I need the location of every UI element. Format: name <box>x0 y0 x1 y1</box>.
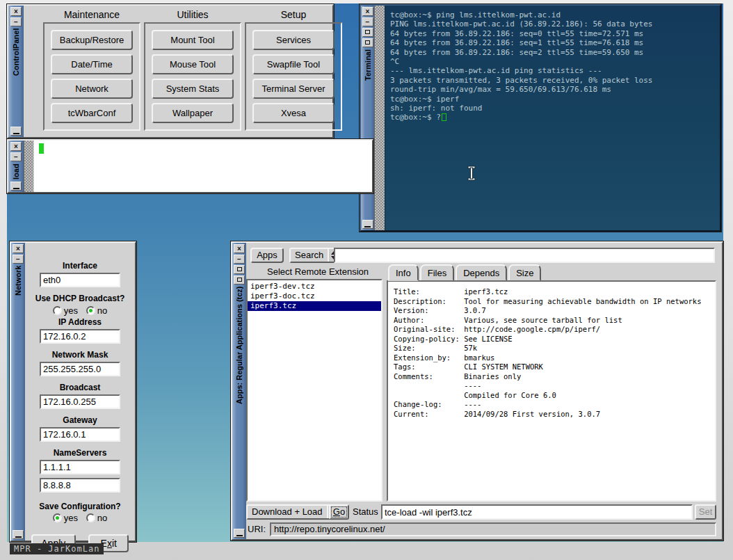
search-input[interactable] <box>334 248 715 263</box>
apps-window: × − Apps: Regular Applications (tcz) App… <box>231 241 723 541</box>
xvesa-button[interactable]: Xvesa <box>252 103 335 123</box>
interface-field[interactable] <box>40 273 120 287</box>
broadcast-label: Broadcast <box>25 383 135 392</box>
terminal-line: PING lms.ittelkom-pwt.ac.id (36.89.22.18… <box>390 19 715 29</box>
swapfile-tool-button[interactable]: Swapfile Tool <box>252 54 335 74</box>
save-radio-row: yes no <box>25 513 135 523</box>
info-line: Size: 57k <box>394 344 709 353</box>
tce-load-scrollbar[interactable] <box>24 141 33 192</box>
date-time-button[interactable]: Date/Time <box>51 54 133 74</box>
network-mask-field[interactable] <box>40 362 120 376</box>
apps-toolbar: Apps Search <box>250 248 715 263</box>
status-input[interactable] <box>381 504 693 520</box>
tce-load-cursor <box>39 143 44 154</box>
dhcp-no-radio[interactable] <box>86 306 95 315</box>
network-titlebar[interactable]: × − Network <box>11 243 25 541</box>
info-line: ---- <box>394 381 709 391</box>
info-line: Comments: Binaries only <box>394 372 709 382</box>
info-line: Author: Various, see source tarball for … <box>394 316 709 326</box>
window-title: ControlPanel <box>12 26 20 127</box>
terminal-output[interactable]: tc@box:~$ ping lms.ittelkom-pwt.ac.idPIN… <box>385 6 720 230</box>
maximize-icon[interactable] <box>362 28 373 37</box>
shade-icon[interactable]: − <box>10 152 22 161</box>
tab-depends[interactable]: Depends <box>456 264 507 281</box>
terminal-line: tc@box:~$ ping lms.ittelkom-pwt.ac.id <box>390 10 715 19</box>
shade-icon[interactable]: − <box>362 17 373 26</box>
maximize-icon[interactable] <box>234 265 245 274</box>
iconify-icon[interactable] <box>10 127 22 136</box>
tab-files[interactable]: Files <box>420 264 454 281</box>
iconify-icon[interactable] <box>13 530 24 539</box>
tab-info[interactable]: Info <box>388 264 419 281</box>
save-yes-radio[interactable] <box>53 513 62 522</box>
broadcast-field[interactable] <box>40 394 120 409</box>
close-icon[interactable]: × <box>234 244 245 253</box>
info-line: Version: 3.0.7 <box>394 306 709 316</box>
action-dropdown[interactable]: Download + Load <box>246 504 339 520</box>
nameserver2-field[interactable] <box>40 478 120 493</box>
group-header: Setup <box>245 7 342 22</box>
window-title: Terminal <box>364 47 372 220</box>
apps-titlebar[interactable]: × − Apps: Regular Applications (tcz) <box>232 243 246 539</box>
services-button[interactable]: Services <box>252 30 335 50</box>
tce-load-titlebar[interactable]: × − load <box>8 141 24 192</box>
terminal-line: ^C <box>390 57 715 66</box>
dhcp-yes-radio[interactable] <box>53 306 62 315</box>
group-box-maintenance: Backup/Restore Date/Time Network tcWbarC… <box>43 22 140 131</box>
tce-load-window: × − load <box>7 139 373 193</box>
close-icon[interactable]: × <box>362 7 373 16</box>
terminal-line: 64 bytes from 36.89.22.186: seq=1 ttl=55… <box>390 38 715 47</box>
desktop-host-label: MPR - JarKomLan <box>10 543 104 554</box>
list-item[interactable]: iperf3-dev.tcz <box>248 282 381 291</box>
window-title: Apps: Regular Applications (tcz) <box>235 285 243 529</box>
network-button[interactable]: Network <box>51 79 133 99</box>
info-line: Original-site: http://code.google.cpm/p/… <box>394 325 709 335</box>
backup-restore-button[interactable]: Backup/Restore <box>51 30 133 50</box>
restore-icon[interactable] <box>234 275 245 285</box>
iconify-icon[interactable] <box>10 182 22 191</box>
set-button[interactable]: Set <box>695 504 716 520</box>
save-config-label: Save Configuration? <box>25 502 135 511</box>
iconify-icon[interactable] <box>362 220 373 229</box>
extension-info-panel[interactable]: Title: iperf3.tczDescription: Tool for m… <box>387 280 716 502</box>
terminal-scrollbar[interactable] <box>374 6 385 230</box>
close-icon[interactable]: × <box>10 142 22 151</box>
nameserver1-field[interactable] <box>40 460 120 474</box>
save-no-radio[interactable] <box>86 513 95 522</box>
uri-field[interactable]: http://repo.tinycorelinux.net/ <box>270 522 716 536</box>
list-item[interactable]: iperf3-doc.tcz <box>248 291 381 301</box>
terminal-line: 64 bytes from 36.89.22.186: seq=2 ttl=55… <box>390 48 715 57</box>
control-panel-window: × − ControlPanel Maintenance Backup/Rest… <box>7 4 334 138</box>
shade-icon[interactable]: − <box>234 255 245 264</box>
mouse-tool-button[interactable]: Mouse Tool <box>152 54 234 74</box>
control-panel-content: Maintenance Backup/Restore Date/Time Net… <box>24 6 332 137</box>
close-icon[interactable]: × <box>13 244 24 253</box>
dhcp-radio-row: yes no <box>25 305 135 316</box>
restore-icon[interactable] <box>362 38 373 47</box>
iconify-icon[interactable] <box>234 529 245 538</box>
terminal-titlebar[interactable]: × − Terminal <box>361 6 374 230</box>
shade-icon[interactable]: − <box>13 255 24 264</box>
info-line: Change-log: ---- <box>394 400 709 410</box>
close-icon[interactable]: × <box>10 7 22 16</box>
extension-list[interactable]: iperf3-dev.tcz iperf3-doc.tcz iperf3.tcz <box>246 279 382 502</box>
list-item-selected[interactable]: iperf3.tcz <box>248 301 381 311</box>
system-stats-button[interactable]: System Stats <box>152 79 234 99</box>
terminal-line: 64 bytes from 36.89.22.186: seq=0 ttl=55… <box>390 29 715 38</box>
tce-load-output[interactable] <box>34 141 372 192</box>
terminal-line: tc@box:~$ iperf <box>390 95 715 104</box>
gateway-field[interactable] <box>40 427 120 442</box>
control-panel-titlebar[interactable]: × − ControlPanel <box>8 6 24 137</box>
search-mode-dropdown[interactable]: Search <box>289 248 340 263</box>
ip-address-field[interactable] <box>40 329 120 344</box>
tab-size[interactable]: Size <box>508 264 541 281</box>
go-button[interactable]: Go <box>329 504 349 520</box>
terminal-line: sh: iperf: not found <box>390 104 715 113</box>
wallpaper-button[interactable]: Wallpaper <box>152 103 234 123</box>
terminal-server-button[interactable]: Terminal Server <box>252 79 335 99</box>
shade-icon[interactable]: − <box>10 17 22 26</box>
apps-menu-button[interactable]: Apps <box>250 248 284 263</box>
apps-content: Apps Search Select Remote Extension Info… <box>246 243 722 539</box>
tcwbarconf-button[interactable]: tcWbarConf <box>51 103 133 123</box>
mount-tool-button[interactable]: Mount Tool <box>152 30 234 50</box>
